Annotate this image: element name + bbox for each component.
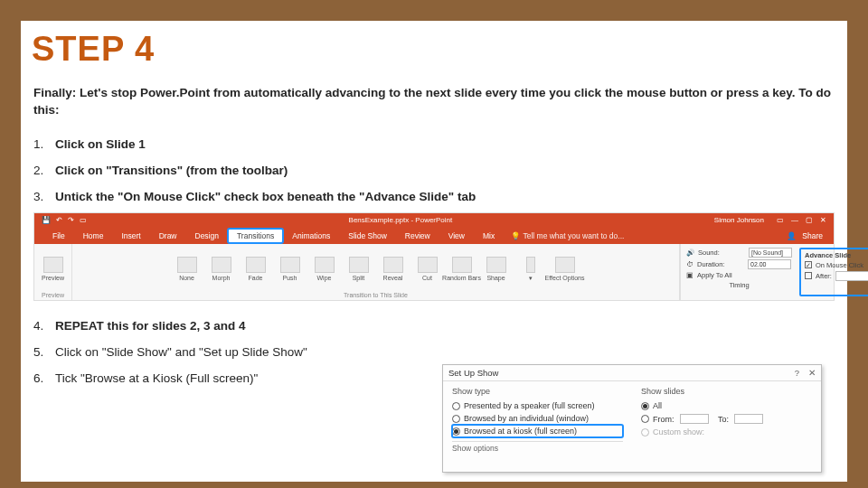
gallery-more-icon[interactable]: ▾: [516, 257, 545, 282]
group-transitions: None Morph Fade Push Wipe Split Reveal C…: [72, 244, 680, 300]
save-icon: 💾: [42, 216, 51, 224]
after-time-field[interactable]: [835, 271, 868, 281]
effect-options[interactable]: Effect Options: [551, 257, 580, 281]
show-type-label: Show type: [452, 387, 623, 396]
user-name: Simon Johnson: [714, 216, 764, 224]
titlebar-right: Simon Johnson ▭ — ▢ ✕: [714, 216, 826, 224]
tab-animations[interactable]: Animations: [283, 229, 339, 243]
effect-push[interactable]: Push: [276, 257, 305, 281]
quick-access: 💾 ↶ ↷ ▭: [42, 216, 87, 224]
sound-row: 🔊 Sound: [No Sound]: [686, 248, 792, 258]
apply-all-icon: ▣: [686, 271, 693, 279]
opt-browsed-kiosk[interactable]: Browsed at a kiosk (full screen): [452, 425, 623, 437]
sound-dropdown[interactable]: [No Sound]: [749, 248, 792, 258]
share-button[interactable]: Share: [802, 231, 823, 240]
powerpoint-ribbon-screenshot: 💾 ↶ ↷ ▭ BensExample.pptx - PowerPoint Si…: [33, 212, 835, 301]
ribbon-body: Preview Preview None Morph Fade Push Wip…: [34, 244, 834, 300]
show-type-group: Show type Presented by a speaker (full s…: [452, 387, 623, 453]
ribbon-options-icon: ▭: [777, 216, 784, 224]
from-spin[interactable]: [680, 414, 709, 424]
tab-mix[interactable]: Mix: [474, 229, 504, 243]
effect-random-bars[interactable]: Random Bars: [448, 257, 476, 281]
apply-all[interactable]: ▣ Apply To All: [686, 271, 792, 279]
advance-slide-box: Advance Slide On Mouse Click After:: [799, 248, 868, 296]
dialog-body: Show type Presented by a speaker (full s…: [443, 381, 821, 458]
show-options-label: Show options: [452, 441, 623, 453]
on-mouse-click-checkbox[interactable]: [805, 261, 812, 268]
tab-design[interactable]: Design: [186, 229, 228, 243]
step-title: STEP 4: [21, 21, 847, 69]
effect-reveal[interactable]: Reveal: [379, 257, 408, 281]
effect-shape[interactable]: Shape: [482, 257, 511, 281]
setup-show-dialog: Set Up Show ? ✕ Show type Presented by a…: [442, 364, 822, 473]
show-slides-label: Show slides: [641, 387, 812, 396]
opt-presented-speaker[interactable]: Presented by a speaker (full screen): [452, 399, 623, 412]
transition-gallery[interactable]: None Morph Fade Push Wipe Split Reveal C…: [173, 248, 580, 291]
tab-view[interactable]: View: [439, 229, 474, 243]
help-icon[interactable]: ?: [795, 368, 799, 378]
step-2: Click on "Transitions" (from the toolbar…: [33, 155, 835, 181]
dialog-close-icon[interactable]: ✕: [808, 368, 816, 378]
after-checkbox[interactable]: [805, 272, 812, 279]
advance-slide-header: Advance Slide: [805, 251, 868, 259]
step-5: Click on "Slide Show" and "Set up Slide …: [33, 336, 835, 362]
document-title: BensExample.pptx - PowerPoint: [87, 216, 714, 224]
step-3: Untick the "On Mouse Click" check box be…: [33, 181, 835, 207]
clock-icon: ⏱: [686, 260, 693, 268]
tab-insert[interactable]: Insert: [112, 229, 149, 243]
step-4: REPEAT this for slides 2, 3 and 4: [33, 310, 835, 336]
effect-cut[interactable]: Cut: [413, 257, 442, 281]
user-icon: 👤: [787, 231, 797, 240]
close-icon: ✕: [820, 216, 826, 224]
group-timing: 🔊 Sound: [No Sound] ⏱ Duration: 02.00 ▣ …: [680, 244, 834, 300]
tab-transitions[interactable]: Transitions: [228, 229, 283, 243]
tell-me[interactable]: 💡 Tell me what you want to do...: [511, 231, 624, 240]
redo-icon: ↷: [68, 216, 74, 224]
tab-draw[interactable]: Draw: [150, 229, 186, 243]
tab-file[interactable]: File: [43, 229, 74, 243]
effect-split[interactable]: Split: [344, 257, 373, 281]
effect-morph[interactable]: Morph: [207, 257, 236, 281]
opt-custom-show: Custom show:: [641, 426, 812, 438]
undo-icon: ↶: [56, 216, 62, 224]
effect-fade[interactable]: Fade: [241, 257, 270, 281]
group-preview: Preview Preview: [34, 244, 72, 300]
minimize-icon: —: [791, 216, 798, 224]
tab-review[interactable]: Review: [396, 229, 439, 243]
opt-all[interactable]: All: [641, 399, 812, 412]
tab-home[interactable]: Home: [74, 229, 113, 243]
opt-browsed-individual[interactable]: Browsed by an individual (window): [452, 412, 623, 425]
slide-content: STEP 4 Finally: Let's stop Power.Point f…: [21, 21, 847, 482]
to-spin[interactable]: [734, 414, 763, 424]
duration-row: ⏱ Duration: 02.00: [686, 259, 792, 269]
tab-slideshow[interactable]: Slide Show: [339, 229, 396, 243]
dialog-titlebar: Set Up Show ? ✕: [443, 365, 821, 381]
ribbon-tabs: File Home Insert Draw Design Transitions…: [34, 228, 834, 244]
titlebar: 💾 ↶ ↷ ▭ BensExample.pptx - PowerPoint Si…: [34, 213, 834, 228]
duration-field[interactable]: 02.00: [748, 259, 791, 269]
intro-text: Finally: Let's stop Power.Point from aut…: [21, 69, 847, 119]
effect-none[interactable]: None: [173, 257, 202, 281]
effect-wipe[interactable]: Wipe: [310, 257, 339, 281]
show-slides-group: Show slides All From: To: Custom show:: [641, 387, 812, 453]
share-area: 👤 Share: [787, 231, 834, 240]
after-row[interactable]: After:: [805, 271, 868, 281]
sound-icon: 🔊: [686, 249, 694, 257]
on-mouse-click-row[interactable]: On Mouse Click: [805, 261, 868, 269]
dialog-title: Set Up Show: [448, 368, 498, 378]
step-1: Click on Slide 1: [33, 128, 835, 155]
start-slideshow-icon: ▭: [80, 216, 87, 224]
preview-button[interactable]: Preview: [39, 257, 68, 281]
opt-from-to[interactable]: From: To:: [641, 412, 812, 426]
maximize-icon: ▢: [806, 216, 813, 224]
instruction-list: Click on Slide 1 Click on "Transitions" …: [21, 119, 847, 207]
